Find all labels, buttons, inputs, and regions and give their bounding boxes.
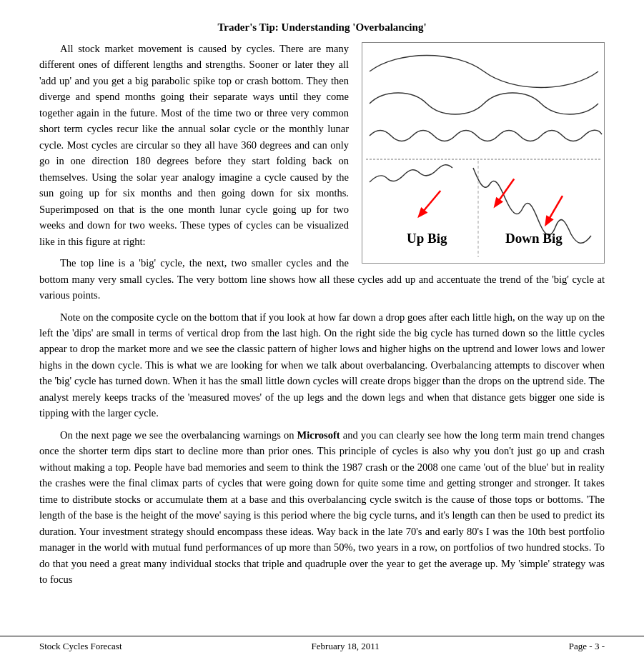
- cycle-diagram: Up Big Down Big: [362, 42, 605, 264]
- svg-marker-5: [490, 197, 503, 211]
- paragraph-4: On the next page we see the overbalancin…: [39, 427, 605, 588]
- paragraph-3: Note on the composite cycle on the botto…: [39, 309, 605, 421]
- footer-left: Stock Cycles Forecast: [39, 641, 122, 652]
- svg-text:Down Big: Down Big: [505, 231, 563, 246]
- svg-text:Up Big: Up Big: [407, 231, 447, 246]
- diagram-float: Up Big Down Big: [362, 42, 605, 264]
- footer-center: February 18, 2011: [312, 641, 380, 652]
- page: Trader's Tip: Understanding 'Overbalanci…: [0, 0, 644, 665]
- page-footer: Stock Cycles Forecast February 18, 2011 …: [0, 636, 644, 652]
- main-content: Up Big Down Big All stock market movemen…: [39, 41, 605, 587]
- page-title: Trader's Tip: Understanding 'Overbalanci…: [39, 21, 605, 34]
- svg-marker-7: [541, 215, 554, 229]
- footer-right: Page - 3 -: [569, 641, 605, 652]
